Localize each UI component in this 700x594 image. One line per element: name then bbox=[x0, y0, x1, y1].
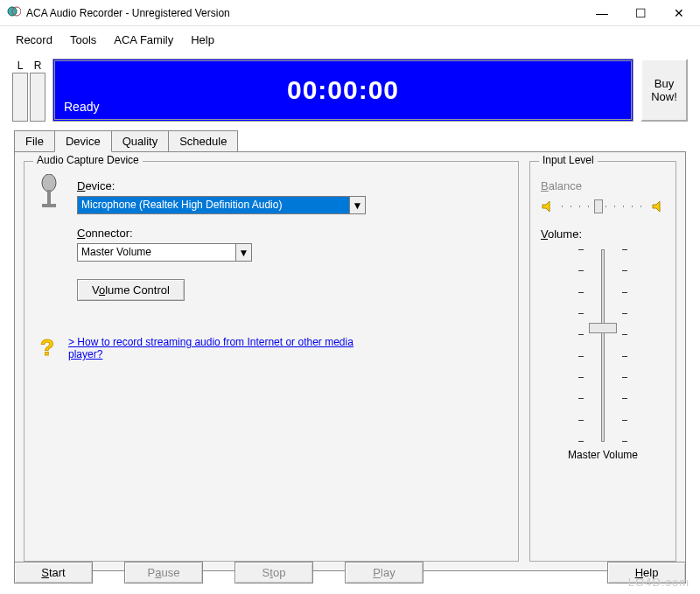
left-meter: L bbox=[12, 73, 28, 122]
right-meter-label: R bbox=[31, 59, 45, 72]
app-icon bbox=[7, 4, 21, 21]
connector-label: Connector: bbox=[77, 227, 508, 240]
group-input-level: Input Level Balance Volume: Master Volum… bbox=[529, 161, 676, 562]
question-icon: ? bbox=[35, 336, 60, 360]
group-legend-acd: Audio Capture Device bbox=[33, 154, 143, 166]
balance-slider[interactable] bbox=[558, 198, 648, 215]
tabs: File Device Quality Schedule bbox=[0, 130, 700, 151]
volume-label: Volume: bbox=[541, 227, 665, 241]
start-button[interactable]: Start bbox=[14, 562, 93, 584]
balance-label: Balance bbox=[541, 179, 665, 192]
pause-button[interactable]: Pause bbox=[124, 562, 203, 584]
chevron-down-icon[interactable]: ▼ bbox=[349, 197, 365, 213]
tab-panel-device: Audio Capture Device Device: Microphone … bbox=[14, 151, 686, 571]
timer-text: 00:00:00 bbox=[287, 75, 399, 105]
minimize-button[interactable]: — bbox=[583, 1, 621, 25]
tab-device[interactable]: Device bbox=[54, 130, 112, 152]
speaker-left-icon bbox=[541, 199, 555, 213]
chevron-down-icon[interactable]: ▼ bbox=[235, 244, 251, 261]
window-title: ACA Audio Recorder - Unregistered Versio… bbox=[26, 7, 583, 19]
svg-text:?: ? bbox=[40, 336, 54, 360]
connector-combo-value: Master Volume bbox=[78, 244, 235, 261]
left-meter-label: L bbox=[13, 59, 27, 72]
group-legend-input: Input Level bbox=[539, 154, 598, 166]
menu-aca-family[interactable]: ACA Family bbox=[107, 30, 180, 50]
svg-rect-3 bbox=[47, 190, 51, 204]
title-bar[interactable]: ACA Audio Recorder - Unregistered Versio… bbox=[0, 0, 700, 26]
volume-channel-label: Master Volume bbox=[541, 449, 665, 461]
right-meter: R bbox=[30, 73, 46, 122]
bottom-button-bar: Start Pause Stop Play Help bbox=[14, 562, 686, 584]
buy-now-button[interactable]: Buy Now! bbox=[640, 59, 688, 122]
svg-marker-6 bbox=[542, 201, 550, 212]
help-link-streaming[interactable]: > How to record streaming audio from Int… bbox=[68, 336, 383, 360]
tab-quality[interactable]: Quality bbox=[111, 130, 169, 151]
microphone-icon bbox=[35, 174, 66, 301]
menu-record[interactable]: Record bbox=[9, 30, 60, 50]
tab-schedule[interactable]: Schedule bbox=[168, 130, 238, 151]
volume-slider[interactable] bbox=[550, 249, 655, 442]
volume-control-button[interactable]: Volume Control bbox=[77, 279, 185, 301]
group-audio-capture-device: Audio Capture Device Device: Microphone … bbox=[24, 161, 519, 562]
svg-rect-4 bbox=[42, 204, 56, 207]
recorder-display: Ready 00:00:00 bbox=[52, 59, 634, 122]
menu-bar: Record Tools ACA Family Help bbox=[0, 26, 700, 53]
device-combo[interactable]: Microphone (Realtek High Definition Audi… bbox=[77, 196, 366, 214]
stop-button[interactable]: Stop bbox=[234, 562, 313, 584]
level-meters: L R bbox=[12, 73, 46, 122]
status-text: Ready bbox=[64, 100, 99, 114]
svg-marker-7 bbox=[653, 201, 660, 212]
menu-tools[interactable]: Tools bbox=[63, 30, 103, 50]
connector-combo[interactable]: Master Volume ▼ bbox=[77, 243, 252, 262]
svg-point-2 bbox=[42, 174, 56, 192]
play-button[interactable]: Play bbox=[345, 562, 424, 584]
tab-file[interactable]: File bbox=[14, 130, 55, 151]
close-button[interactable]: ✕ bbox=[660, 1, 698, 25]
device-label: Device: bbox=[77, 179, 508, 192]
watermark: LO4D.com bbox=[628, 576, 690, 589]
device-combo-value: Microphone (Realtek High Definition Audi… bbox=[78, 197, 349, 213]
speaker-right-icon bbox=[651, 199, 665, 213]
menu-help[interactable]: Help bbox=[184, 30, 221, 50]
maximize-button[interactable]: ☐ bbox=[621, 1, 660, 25]
